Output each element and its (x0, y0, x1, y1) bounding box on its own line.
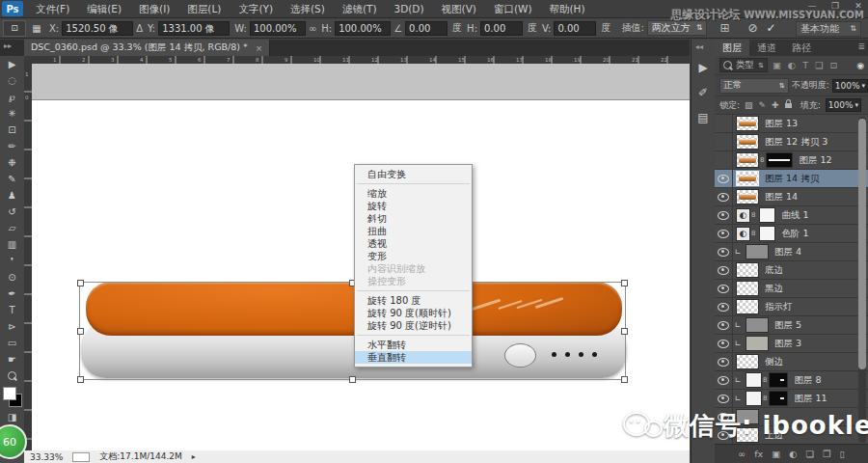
layer-mask-thumbnail[interactable] (769, 372, 788, 388)
layer-row[interactable]: 黑边 (715, 280, 868, 298)
visibility-toggle[interactable] (715, 280, 733, 297)
context-menu-item[interactable]: 垂直翻转 (355, 351, 472, 364)
gradient-tool[interactable]: ▥ (0, 236, 24, 253)
layer-thumbnail[interactable] (736, 152, 759, 168)
menubar-item[interactable]: 文件(F) (27, 0, 78, 17)
visibility-toggle[interactable] (715, 170, 733, 187)
skew-v-input[interactable]: 0.00 (554, 21, 596, 36)
layer-thumbnail[interactable] (736, 354, 759, 369)
menubar-item[interactable]: 视图(V) (433, 0, 485, 17)
layer-row[interactable]: 底边 (715, 261, 868, 280)
blend-mode-select[interactable]: 正常⇅ (719, 78, 789, 94)
transform-bounding-box[interactable] (79, 282, 626, 380)
zoom-tool[interactable] (0, 368, 24, 384)
brush-presets-panel-icon[interactable]: ✐ (692, 86, 715, 99)
layer-row[interactable]: ∟图层 3 (715, 335, 868, 353)
layer-thumbnail[interactable] (736, 134, 759, 150)
status-menu-arrow-icon[interactable]: ▸ (192, 452, 196, 461)
filter-type-select[interactable]: 类型⇅ (719, 58, 768, 72)
layer-thumbnail[interactable] (746, 317, 769, 333)
context-menu-item[interactable]: 水平翻转 (355, 339, 472, 351)
layer-thumbnail[interactable] (746, 336, 769, 351)
layer-row[interactable]: 图层 12 拷贝 3 (715, 133, 868, 151)
healing-brush-tool[interactable]: ❉ (0, 154, 24, 171)
layer-thumbnail[interactable] (736, 116, 759, 131)
filter-pixel-layers-icon[interactable]: ▣ (773, 60, 781, 70)
blur-tool[interactable]: ❜ (0, 253, 24, 269)
visibility-toggle[interactable] (715, 151, 733, 169)
context-menu-item[interactable]: 变形 (355, 250, 472, 262)
layer-row[interactable]: ◐8色阶 1 (715, 225, 868, 243)
cancel-transform-icon[interactable]: ⊘ (748, 21, 758, 35)
menubar-item[interactable]: 滤镜(T) (334, 0, 386, 17)
layer-mask-thumbnail[interactable] (759, 226, 775, 241)
menubar-item[interactable]: 图层(L) (178, 0, 230, 17)
context-menu-item[interactable]: 旋转 180 度 (355, 294, 472, 307)
layer-mask-thumbnail[interactable] (766, 152, 793, 168)
visibility-toggle[interactable] (715, 298, 733, 315)
context-menu-item[interactable]: 自由变换 (355, 168, 472, 180)
visibility-toggle[interactable] (715, 115, 733, 132)
filter-type-layers-icon[interactable]: T (802, 60, 808, 70)
menubar-item[interactable]: 选择(S) (282, 0, 334, 17)
transform-handle[interactable] (349, 376, 356, 383)
path-selection-tool[interactable]: ⊳ (0, 318, 24, 335)
layer-thumbnail[interactable] (736, 299, 759, 314)
menubar-item[interactable]: 编辑(E) (78, 0, 130, 17)
angle-input[interactable]: 0.00 (405, 21, 448, 36)
y-input[interactable]: 1331.00 像 (158, 21, 230, 36)
commit-transform-icon[interactable]: ✓ (767, 21, 776, 35)
magic-wand-tool[interactable]: ✳ (0, 105, 24, 122)
workspace-select[interactable]: 基本功能⇅ (796, 21, 861, 37)
filter-adjustment-layers-icon[interactable]: ◐ (788, 60, 796, 70)
relative-position-icon[interactable]: Δ (136, 23, 143, 34)
lock-position-icon[interactable]: ✚ (772, 100, 779, 110)
layer-mask-thumbnail[interactable] (759, 207, 775, 223)
transform-handle[interactable] (621, 376, 628, 383)
layers-scrollbar-thumb[interactable] (858, 119, 866, 369)
layer-row[interactable]: ∟8图层 11 (715, 390, 868, 408)
new-adjustment-layer-icon[interactable]: ◐ (789, 449, 797, 459)
layer-row[interactable]: 图层 13 (715, 115, 868, 133)
visibility-toggle[interactable] (715, 316, 733, 334)
opacity-input[interactable]: 100%▾ (832, 79, 868, 93)
menubar-item[interactable]: 文字(Y) (230, 0, 282, 17)
visibility-toggle[interactable] (715, 390, 733, 407)
transform-handle[interactable] (621, 328, 628, 335)
lock-pixels-icon[interactable]: ✎ (759, 100, 767, 110)
foreground-color-swatch[interactable] (3, 387, 16, 400)
link-dimensions-icon[interactable]: ∞ (309, 23, 316, 34)
visibility-toggle[interactable] (715, 206, 733, 224)
clone-stamp-tool[interactable]: ♟ (0, 187, 24, 204)
layer-style-icon[interactable]: fx (754, 449, 763, 459)
context-menu-item[interactable]: 旋转 90 度(逆时针) (355, 319, 472, 332)
transform-handle[interactable] (621, 280, 628, 286)
visibility-toggle[interactable] (715, 371, 733, 389)
context-menu-item[interactable]: 斜切 (355, 212, 472, 225)
layer-comps-panel-icon[interactable]: ▤ (692, 111, 715, 124)
document-tab[interactable]: DSC_0360.psd @ 33.3% (图层 14 拷贝, RGB/8) *… (24, 40, 270, 56)
layer-thumbnail[interactable] (736, 281, 759, 296)
tab-channels[interactable]: 通道 (749, 40, 784, 56)
move-tool[interactable]: ▶ (0, 56, 24, 72)
zoom-level-field[interactable]: 33.33% (30, 452, 63, 462)
shape-tool[interactable]: ▭ (0, 335, 24, 351)
marquee-tool[interactable]: ◌ (0, 72, 24, 89)
visibility-toggle[interactable] (715, 243, 733, 260)
layer-row[interactable]: ∟图层 5 (715, 316, 868, 335)
layer-row[interactable]: 图层 14 拷贝 (715, 170, 868, 188)
context-menu-item[interactable]: 旋转 90 度(顺时针) (355, 307, 472, 319)
pen-tool[interactable]: ✒ (0, 286, 24, 302)
layer-row[interactable]: 图层 14 (715, 188, 868, 206)
tab-paths[interactable]: 路径 (784, 40, 819, 56)
menubar-item[interactable]: 3D(D) (385, 0, 432, 17)
type-tool[interactable]: T (0, 302, 24, 318)
layer-row[interactable]: ◐8曲线 1 (715, 206, 868, 225)
layer-thumbnail[interactable] (746, 244, 769, 259)
tab-layers[interactable]: 图层 (715, 40, 749, 56)
add-mask-icon[interactable]: ▣ (772, 449, 780, 459)
transform-handle[interactable] (77, 328, 84, 335)
layer-thumbnail[interactable] (746, 372, 762, 388)
link-layers-icon[interactable]: ∞ (738, 449, 746, 459)
new-group-icon[interactable]: ❏ (805, 449, 814, 459)
